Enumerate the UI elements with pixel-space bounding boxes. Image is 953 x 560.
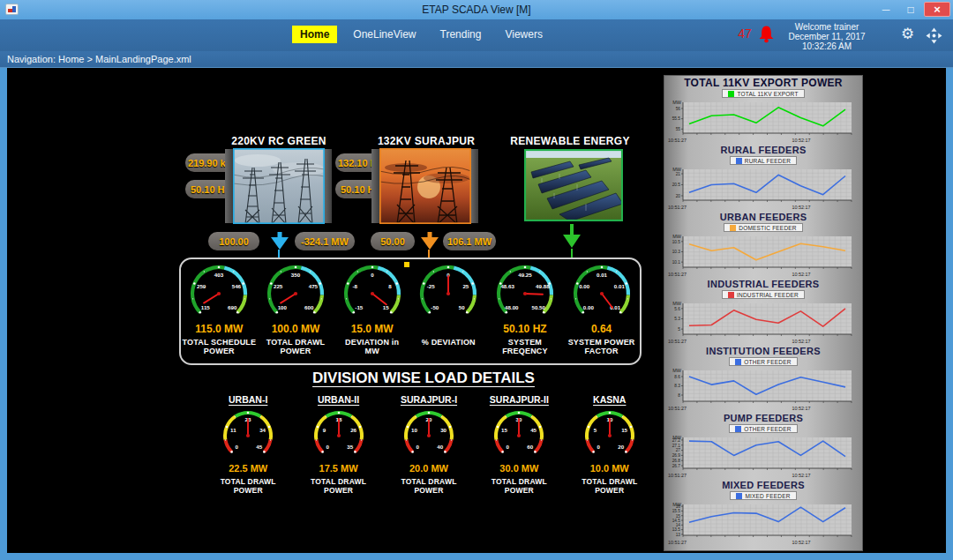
chart-plot: MW1313.51414.51515.51610:51:2710:52:17 — [664, 501, 862, 547]
svg-text:350: 350 — [291, 272, 301, 278]
chart-plot: MW88.38.610:51:2710:52:17 — [664, 367, 862, 413]
svg-text:5: 5 — [593, 427, 597, 433]
svg-text:8.3: 8.3 — [674, 384, 680, 388]
alarm-bell-icon[interactable] — [756, 25, 777, 47]
surajpur-photo[interactable] — [379, 148, 471, 224]
chart-legend[interactable]: OTHER FEEDER — [664, 424, 862, 434]
minimize-button[interactable]: ─ — [874, 2, 897, 17]
close-button[interactable]: × — [924, 2, 950, 17]
system-gauge: 48.0048.6349.2549.8850.50 50.10 HZ SYSTE… — [487, 262, 563, 363]
chart-plot: MW55.35.610:51:2710:52:17 — [664, 300, 862, 346]
division-gauge: SURAJPUR-II 015304560 30.0 MW TOTAL DRAW… — [475, 394, 563, 495]
svg-text:600: 600 — [304, 304, 314, 310]
chart-legend[interactable]: MIXED FEEDER — [664, 491, 862, 501]
svg-text:0.00: 0.00 — [582, 304, 594, 310]
svg-text:10:52:17: 10:52:17 — [792, 339, 811, 344]
svg-text:5.6: 5.6 — [674, 307, 680, 311]
gauge-dial: 09182635 — [302, 408, 376, 459]
svg-text:25: 25 — [463, 283, 469, 289]
svg-text:30: 30 — [440, 427, 446, 433]
division-name: URBAN-I — [204, 394, 292, 408]
svg-text:50.50: 50.50 — [531, 304, 545, 310]
chart-legend[interactable]: DOMESTIC FEEDER — [664, 223, 862, 233]
chart-legend[interactable]: INDUSTRIAL FEEDER — [664, 290, 862, 300]
maximize-button[interactable]: □ — [899, 2, 922, 17]
svg-text:35: 35 — [347, 444, 353, 450]
rc-green-flow-pill: -324.1 MW — [295, 232, 355, 250]
renewable-photo[interactable] — [524, 149, 623, 221]
chart-legend[interactable]: RURAL FEEDER — [664, 156, 862, 166]
gauge-value — [410, 324, 486, 336]
feeder-chart-block: INSTITUTION FEEDERS OTHER FEEDER MW88.38… — [664, 346, 862, 413]
svg-text:403: 403 — [214, 272, 224, 278]
svg-text:16: 16 — [676, 504, 681, 509]
legend-label: RURAL FEEDER — [745, 158, 791, 164]
svg-text:26.9: 26.9 — [672, 453, 681, 458]
svg-text:0.01: 0.01 — [597, 272, 608, 278]
legend-label: OTHER FEEDER — [744, 359, 791, 365]
gauge-dial: 010203040 — [392, 408, 466, 459]
svg-text:MW: MW — [672, 234, 682, 239]
chart-legend[interactable]: TOTAL 11KV EXPORT — [664, 89, 862, 99]
gauge-caption: % DEVIATION — [410, 338, 486, 347]
legend-label: INDUSTRIAL FEEDER — [737, 292, 799, 298]
svg-text:0.00: 0.00 — [579, 283, 590, 289]
svg-text:10: 10 — [411, 427, 417, 433]
svg-text:-8: -8 — [352, 283, 357, 289]
svg-text:MW: MW — [672, 100, 682, 105]
gauge-dial: -50-2502550 — [411, 262, 485, 320]
gauge-dial: 05101520 — [573, 408, 647, 459]
division-gauge: KASNA 05101520 10.0 MW TOTAL DRAWL POWER — [566, 394, 654, 495]
svg-text:10:52:17: 10:52:17 — [792, 540, 811, 545]
division-name: SURAJPUR-II — [475, 394, 563, 408]
svg-text:0: 0 — [236, 444, 239, 450]
svg-text:27.2: 27.2 — [672, 438, 681, 443]
svg-text:690: 690 — [228, 304, 237, 310]
svg-text:10:52:17: 10:52:17 — [792, 205, 811, 210]
svg-text:225: 225 — [274, 283, 283, 289]
breadcrumb: Navigation: Home > MainLandingPage.xml — [0, 51, 953, 67]
chart-title: MIXED FEEDERS — [664, 480, 862, 491]
legend-color-chip — [730, 225, 736, 231]
legend-label: OTHER FEEDER — [744, 426, 791, 432]
tab-viewers[interactable]: Viewers — [497, 26, 550, 43]
svg-text:14.5: 14.5 — [672, 519, 681, 523]
chart-plot: MW5555.55610:51:2710:52:17 — [664, 99, 862, 145]
gauge-value: 20.0 MW — [385, 463, 473, 475]
tab-trending[interactable]: Trending — [432, 26, 490, 43]
svg-text:26.7: 26.7 — [672, 464, 681, 468]
tab-home[interactable]: Home — [292, 26, 337, 43]
settings-gear-icon[interactable]: ⚙ — [901, 26, 914, 43]
main-canvas: 220KV RC GREEN 132KV SURAJPUR RENEWABLE … — [7, 68, 946, 553]
gauge-value: 10.0 MW — [566, 463, 654, 475]
rc-green-photo[interactable] — [233, 148, 325, 224]
welcome-date: December 11, 2017 — [780, 32, 874, 41]
feeder-chart-block: RURAL FEEDERS RURAL FEEDER MW2020.52110:… — [664, 145, 862, 212]
division-gauge: URBAN-II 09182635 17.5 MW TOTAL DRAWL PO… — [295, 394, 383, 495]
svg-text:10:51:27: 10:51:27 — [668, 540, 687, 545]
svg-text:10:52:17: 10:52:17 — [792, 272, 811, 277]
source-title-surajpur: 132KV SURAJPUR — [356, 135, 497, 147]
gauge-caption: TOTAL DRAWL POWER — [385, 477, 473, 495]
pan-arrows-icon[interactable] — [926, 27, 942, 49]
svg-text:55.5: 55.5 — [672, 116, 681, 121]
tab-onelineview[interactable]: OneLineView — [345, 26, 424, 43]
svg-text:10:51:27: 10:51:27 — [668, 205, 687, 210]
legend-color-chip — [728, 91, 734, 97]
chart-legend[interactable]: OTHER FEEDER — [664, 357, 862, 367]
gauge-value: 15.0 MW — [334, 324, 410, 336]
gauge-caption: DEVIATION in MW — [334, 338, 410, 355]
chart-title: URBAN FEEDERS — [664, 212, 862, 223]
gauge-value: 115.0 MW — [181, 324, 257, 336]
svg-text:100: 100 — [278, 304, 288, 310]
gauge-dial: -15-80815 — [335, 262, 409, 320]
nav-tabs: HomeOneLineViewTrendingViewers — [292, 26, 551, 43]
renewable-down-arrow-icon — [559, 224, 584, 250]
svg-text:5: 5 — [678, 327, 680, 332]
chart-title: RURAL FEEDERS — [664, 145, 862, 156]
svg-text:-50: -50 — [431, 304, 440, 310]
svg-text:0: 0 — [371, 272, 374, 278]
division-name: URBAN-II — [295, 394, 383, 408]
svg-text:MW: MW — [672, 301, 682, 306]
svg-text:10.1: 10.1 — [672, 260, 681, 265]
